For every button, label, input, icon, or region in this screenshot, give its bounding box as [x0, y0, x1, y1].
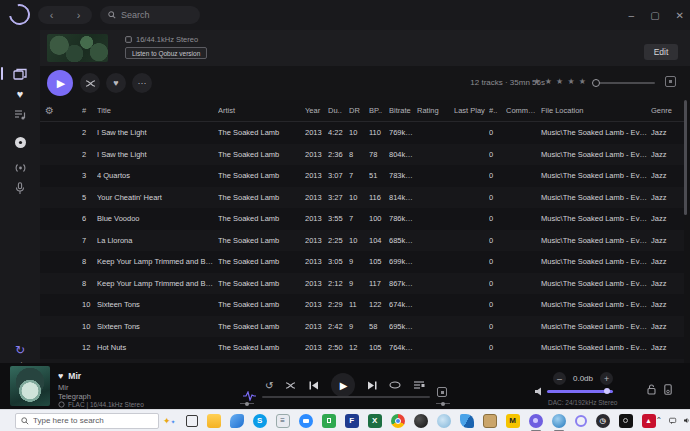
repeat-button[interactable] [389, 381, 401, 389]
favorite-album-button[interactable]: ♥ [106, 73, 126, 93]
header-artist[interactable]: Artist [218, 106, 305, 115]
header-dr[interactable]: DR [349, 106, 369, 115]
cell-genre[interactable]: Jazz [651, 257, 684, 266]
maximize-button[interactable]: ▢ [650, 10, 659, 21]
pdf-app-icon[interactable]: ▲ [642, 414, 656, 428]
secure-app-icon[interactable] [322, 414, 336, 428]
zoom-app-icon[interactable] [299, 414, 313, 428]
browser-app-icon[interactable] [437, 414, 451, 428]
m-app-icon[interactable]: M [506, 414, 520, 428]
seek-bar[interactable] [262, 396, 430, 398]
more-options-button[interactable]: ··· [132, 73, 152, 93]
cell-artist[interactable]: The Soaked Lamb [218, 279, 305, 288]
play-album-button[interactable]: ▶ [47, 70, 73, 96]
cell-artist[interactable]: The Soaked Lamb [218, 128, 305, 137]
header-year[interactable]: Year [305, 106, 328, 115]
header-genre[interactable]: Genre [651, 106, 684, 115]
volume-up-button[interactable]: + [600, 372, 613, 385]
music-app-icon[interactable] [529, 414, 543, 428]
header-duration[interactable]: Du.. [328, 106, 349, 115]
play-pause-button[interactable]: ▶ [331, 373, 355, 397]
header-last-play[interactable]: Last Play [454, 106, 489, 115]
table-row[interactable]: 6 Blue Voodoo The Soaked Lamb 2013 3:55 … [40, 208, 684, 230]
now-playing-title[interactable]: Mir [68, 371, 81, 381]
cell-title[interactable]: Keep Your Lamp Trimmed and Burning [97, 279, 218, 288]
table-row[interactable]: 12 Hot Nuts The Soaked Lamb 2013 2:50 12… [40, 337, 684, 359]
forward-button[interactable]: › [77, 9, 81, 21]
cell-title[interactable]: Blue Voodoo [97, 214, 218, 223]
table-row[interactable]: 8 Keep Your Lamp Trimmed and Burning The… [40, 273, 684, 295]
cell-artist[interactable]: The Soaked Lamb [218, 300, 305, 309]
cell-title[interactable]: Your Cheatin' Heart [97, 193, 218, 202]
teams-chat-icon[interactable] [669, 416, 676, 426]
cell-artist[interactable]: The Soaked Lamb [218, 343, 305, 352]
sidebar-item-favorites[interactable]: ♥ [0, 84, 40, 104]
previous-track-button[interactable] [309, 381, 319, 390]
cell-genre[interactable]: Jazz [651, 322, 684, 331]
copilot-sparkle-icon[interactable]: ✦✦ [163, 416, 176, 426]
header-bpm[interactable]: BP.. [369, 106, 389, 115]
cell-artist[interactable]: The Soaked Lamb [218, 322, 305, 331]
cell-artist[interactable]: The Soaked Lamb [218, 193, 305, 202]
gauge-app-icon[interactable]: ◷ [596, 414, 610, 428]
task-view-icon[interactable] [186, 415, 198, 427]
unlock-icon[interactable] [647, 384, 656, 395]
volume-knob[interactable] [604, 388, 610, 394]
qobuz-version-button[interactable]: Listen to Qobuz version [125, 47, 207, 59]
header-num[interactable]: # [82, 106, 97, 115]
header-plays[interactable]: #.. [489, 106, 506, 115]
mail-app-icon[interactable] [230, 414, 244, 428]
cell-genre[interactable]: Jazz [651, 171, 684, 180]
cell-genre[interactable]: Jazz [651, 193, 684, 202]
table-row[interactable]: 2 I Saw the Light The Soaked Lamb 2013 2… [40, 144, 684, 166]
now-playing-heart-icon[interactable]: ♥ [58, 371, 63, 381]
chrome-icon[interactable] [391, 414, 405, 428]
notepad-app-icon[interactable]: ≡ [276, 414, 290, 428]
cell-title[interactable]: 4 Quartos [97, 171, 218, 180]
cell-genre[interactable]: Jazz [651, 300, 684, 309]
album-rating-stars[interactable]: ★ ★ ★ ★ ★ [533, 77, 587, 86]
header-rating[interactable]: Rating [417, 106, 454, 115]
table-row[interactable]: 2 I Saw the Light The Soaked Lamb 2013 4… [40, 122, 684, 144]
scrollbar-thumb[interactable] [684, 100, 687, 215]
table-scrollbar[interactable] [684, 100, 687, 363]
now-playing-artist[interactable]: Mir [58, 383, 68, 392]
now-playing-album[interactable]: Telegraph [58, 392, 91, 401]
queue-add-button[interactable] [665, 76, 676, 87]
cell-title[interactable]: Sixteen Tons [97, 300, 218, 309]
edit-button[interactable]: Edit [644, 44, 678, 60]
sidebar-item-radio[interactable] [0, 158, 40, 178]
taskbar-search-box[interactable] [15, 413, 159, 429]
cell-artist[interactable]: The Soaked Lamb [218, 150, 305, 159]
cell-genre[interactable]: Jazz [651, 279, 684, 288]
cell-title[interactable]: Keep Your Lamp Trimmed and Burning [97, 257, 218, 266]
excel-icon[interactable]: X [368, 414, 382, 428]
cell-artist[interactable]: The Soaked Lamb [218, 214, 305, 223]
cell-genre[interactable]: Jazz [651, 128, 684, 137]
cell-title[interactable]: I Saw the Light [97, 128, 218, 137]
cell-genre[interactable]: Jazz [651, 214, 684, 223]
search-box[interactable] [100, 6, 200, 24]
cell-title[interactable]: Hot Nuts [97, 343, 218, 352]
f-app-icon[interactable]: F [345, 414, 359, 428]
swoosh-app-icon[interactable] [460, 414, 474, 428]
left-mini-slider[interactable] [240, 403, 254, 404]
queue-button[interactable] [413, 380, 425, 390]
table-settings-gear-icon[interactable]: ⚙ [40, 105, 82, 116]
dark-sphere-app-icon[interactable] [414, 414, 428, 428]
shuffle-button-player[interactable] [285, 381, 296, 390]
cell-artist[interactable]: The Soaked Lamb [218, 236, 305, 245]
roon-app-icon[interactable] [575, 415, 587, 427]
cell-genre[interactable]: Jazz [651, 236, 684, 245]
cell-genre[interactable]: Jazz [651, 150, 684, 159]
next-track-button[interactable] [367, 381, 377, 390]
now-playing-art[interactable] [10, 366, 50, 406]
close-button[interactable]: ✕ [676, 10, 684, 21]
taskbar-search-input[interactable] [33, 416, 153, 425]
slider-knob[interactable] [592, 79, 600, 87]
header-comments[interactable]: Comments [506, 106, 541, 115]
right-mini-slider[interactable] [436, 403, 450, 404]
table-row[interactable]: 10 Sixteen Tons The Soaked Lamb 2013 2:2… [40, 294, 684, 316]
table-row[interactable]: 7 La Llorona The Soaked Lamb 2013 2:25 1… [40, 230, 684, 252]
camera-app-icon[interactable] [619, 414, 633, 428]
